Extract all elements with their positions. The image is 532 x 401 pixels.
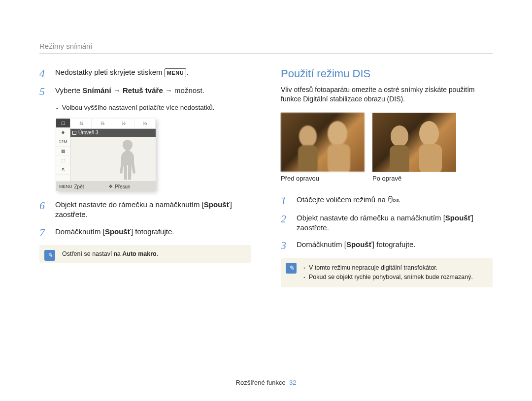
lcd-cell: ⅟₃ [70,119,92,128]
photo-captions: Před opravou Po opravě [281,175,493,182]
text: Domáčknutím [ [55,227,105,236]
lcd-back: MENU Zpět [56,182,106,191]
step-number: 5 [39,86,49,97]
columns: 4 Nedostatky pleti skryjete stiskem MENU… [39,67,493,374]
svg-rect-7 [419,144,442,172]
note-box: ✎ Ostření se nastaví na Auto makro. [39,245,251,263]
svg-rect-3 [328,144,350,172]
step-text: Domáčknutím [Spoušť] fotografujte. [55,227,251,238]
lcd-icon: ▢ [56,119,70,128]
photo-comparison [281,113,493,172]
text: Volbou vyššího nastavení potlačíte více … [62,104,215,113]
silhouette-icon [116,138,141,182]
step-5: 5 Vyberte Snímání → Retuš tváře → možnos… [39,86,251,97]
intro-text: Vliv otřesů fotoaparátu omezíte a ostré … [281,85,493,104]
bold-text: Retuš tváře [123,86,163,94]
sub-bullet: Volbou vyššího nastavení potlačíte více … [56,104,251,113]
step-text: Domáčknutím [Spoušť] fotografujte. [297,240,493,251]
step-number: 1 [281,195,291,206]
text: Nedostatky pleti skryjete stiskem [55,68,165,76]
step-7: 7 Domáčknutím [Spoušť] fotografujte. [39,227,251,238]
step-6: 6 Objekt nastavte do rámečku a namáčknut… [39,200,251,220]
bold-text: Auto makro [122,250,156,257]
arrow: → [163,86,174,94]
step-number: 4 [39,67,49,79]
lcd-icon: 12M [56,137,70,147]
bold-text: Spoušť [105,227,131,236]
text: možnost. [174,86,204,94]
camera-screen-mockup: ▢ ☻ 12M ▦ ⬚ S ⅟₃ ⅔ ⅟₂ ⅓ [56,119,156,191]
manual-page: Režimy snímání 4 Nedostatky pleti skryje… [0,0,532,401]
caption-before: Před opravou [281,175,365,182]
note-item: Pokud se objekt rychle pohyboval, snímek… [303,273,486,282]
svg-text:DIS: DIS [393,199,399,202]
lcd-icon: ☻ [56,128,70,137]
lcd-cell: ⅟₂ [113,119,134,128]
text: Přesun [115,184,131,189]
lcd-level-row: Úroveň 3 [70,129,156,137]
lcd-icon: ▦ [56,147,70,156]
step-text: Objekt nastavte do rámečku a namáčknutím… [55,200,251,220]
text: . [157,250,158,257]
note-box: ✎ V tomto režimu nepracuje digitální tra… [281,258,493,287]
step-number: 2 [281,213,291,233]
step-4: 4 Nedostatky pleti skryjete stiskem MENU… [39,67,251,79]
left-column: 4 Nedostatky pleti skryjete stiskem MENU… [39,67,251,374]
dis-mode-icon: DIS [388,195,399,205]
bold-text: Spoušť [346,240,372,248]
text: Objekt nastavte do rámečku a namáčknutím… [297,214,445,222]
section-title: Použití režimu DIS [281,67,493,80]
text: Objekt nastavte do rámečku a namáčknutím… [55,200,204,209]
move-icon: ✥ [109,184,113,189]
lcd-move: ✥ Přesun [106,182,156,191]
right-column: Použití režimu DIS Vliv otřesů fotoapará… [281,67,493,374]
svg-point-5 [419,121,439,146]
step-1: 1 Otáčejte voličem režimů na DIS. [281,195,493,206]
text: V tomto režimu nepracuje digitální trans… [309,263,437,273]
lcd-main: ⅟₃ ⅔ ⅟₂ ⅓ Úroveň 3 [70,119,156,182]
text: Domáčknutím [ [297,240,346,248]
breadcrumb: Režimy snímání [39,42,493,54]
bold-text: Snímání [82,86,111,94]
step-text: Otáčejte voličem režimů na DIS. [297,195,493,206]
text: Otáčejte voličem režimů na [297,195,388,204]
menu-button-label: MENU [165,68,186,78]
lcd-footer: MENU Zpět ✥ Přesun [56,182,156,191]
menu-icon: MENU [59,184,72,189]
svg-point-4 [391,125,408,147]
svg-rect-6 [390,145,409,172]
text: Zpět [74,184,84,189]
text: ] fotografujte. [131,227,174,236]
step-2: 2 Objekt nastavte do rámečku a namáčknut… [281,213,493,233]
step-text: Vyberte Snímání → Retuš tváře → možnost. [55,86,251,97]
step-number: 6 [39,200,49,220]
step-text: Nedostatky pleti skryjete stiskem MENU. [55,67,251,79]
lcd-side-icons: ▢ ☻ 12M ▦ ⬚ S [56,119,70,182]
lcd-cell: ⅓ [134,119,156,128]
page-footer: Rozšířené funkce 32 [39,374,493,386]
text: . [399,195,400,204]
photo-after [372,113,456,172]
text: Vyberte [55,86,82,94]
lcd-icon: S [56,165,70,175]
text: . [186,68,188,76]
text: Ostření se nastaví na [62,250,122,257]
page-number: 32 [289,379,296,386]
text: ] fotografujte. [372,240,416,248]
note-text: Ostření se nastaví na Auto makro. [62,250,244,257]
svg-rect-2 [298,145,318,172]
footer-label: Rozšířené funkce [236,379,286,386]
bold-text: Spoušť [204,200,230,209]
step-number: 3 [281,240,291,251]
step-text: Objekt nastavte do rámečku a namáčknutím… [297,213,493,233]
lcd-cell: ⅔ [92,119,113,128]
svg-point-0 [299,125,317,147]
arrow: → [111,86,123,94]
bold-text: Spoušť [445,214,471,222]
step-3: 3 Domáčknutím [Spoušť] fotografujte. [281,240,493,251]
note-item: V tomto režimu nepracuje digitální trans… [303,263,486,273]
lcd-icon: ⬚ [56,156,70,165]
note-list: V tomto režimu nepracuje digitální trans… [303,263,486,282]
note-icon: ✎ [286,263,297,274]
caption-after: Po opravě [372,175,456,182]
